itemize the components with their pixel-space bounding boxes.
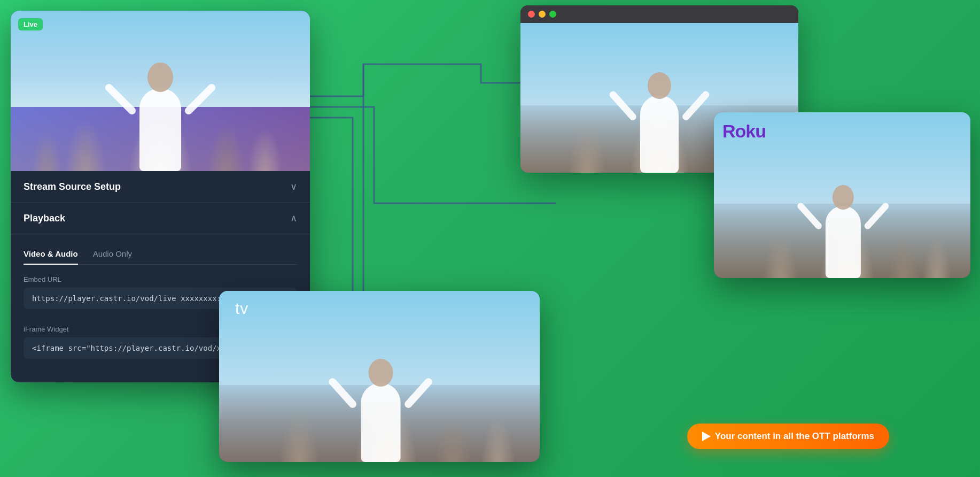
roku-logo: Roku	[722, 121, 766, 142]
playback-chevron: ∧	[290, 212, 297, 224]
tab-audio-only[interactable]: Audio Only	[93, 244, 132, 265]
window-dot-red	[528, 11, 535, 18]
window-dot-yellow	[539, 11, 546, 18]
appletv-content: tv	[219, 291, 540, 462]
window-dot-green	[549, 11, 556, 18]
playback-tabs: Video & Audio Audio Only	[24, 244, 297, 265]
roku-content: Roku	[714, 112, 970, 278]
appletv-logo: tv	[232, 299, 248, 318]
playback-section-header[interactable]: Playback ∧	[11, 203, 310, 234]
playback-title: Playback	[24, 213, 65, 224]
stream-source-section[interactable]: Stream Source Setup ∨	[11, 171, 310, 203]
ott-badge-text: Your content in all the OTT platforms	[715, 431, 874, 442]
stream-source-chevron: ∨	[290, 181, 297, 193]
tab-video-audio[interactable]: Video & Audio	[24, 244, 78, 265]
stream-source-title: Stream Source Setup	[24, 181, 121, 193]
tv-text: tv	[235, 299, 248, 318]
roku-device: Roku	[714, 112, 970, 278]
browser-titlebar	[520, 5, 798, 23]
video-preview: Live	[11, 11, 310, 171]
live-badge: Live	[18, 18, 43, 30]
play-arrow-icon	[702, 432, 711, 441]
embed-url-label: Embed URL	[24, 275, 297, 283]
ott-badge: Your content in all the OTT platforms	[687, 424, 889, 449]
appletv-device: tv	[219, 291, 540, 462]
